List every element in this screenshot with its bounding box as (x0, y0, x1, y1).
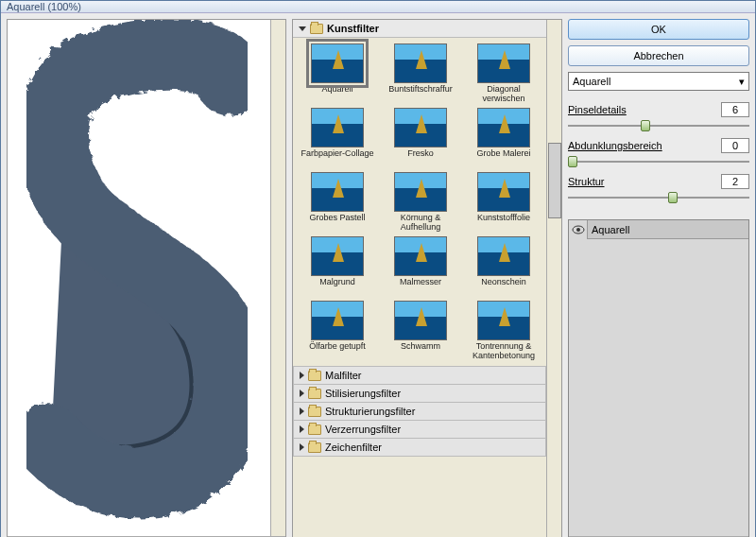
param-struktur: Struktur (568, 174, 749, 204)
filter-thumb-diagonal-verwischen[interactable]: Diagonal verwischen (465, 43, 542, 104)
filter-thumb-kunststofffolie[interactable]: Kunststofffolie (465, 172, 542, 233)
folder-icon (308, 407, 321, 417)
thumbnail-label: Farbpapier-Collage (301, 149, 373, 168)
thumbnail-image (311, 301, 364, 340)
thumbnail-image (311, 172, 364, 212)
param-pinseldetails: Pinseldetails (568, 102, 749, 132)
thumbnail-image (311, 108, 364, 147)
thumbnail-image (477, 172, 530, 212)
param-slider[interactable] (568, 119, 749, 132)
categories-scrollbar[interactable] (546, 20, 561, 537)
folder-icon (308, 424, 321, 435)
filter-thumb-malgrund[interactable]: Malgrund (299, 236, 376, 297)
category-malfilter[interactable]: Malfilter (293, 366, 546, 385)
category-label: Zeichenfilter (325, 442, 382, 453)
category-label: Verzerrungsfilter (325, 424, 401, 435)
effect-layer-name: Aquarell (588, 224, 629, 235)
preview-scrollbar-vertical[interactable] (270, 20, 285, 536)
param-label: Struktur (568, 176, 605, 187)
thumbnail-image (477, 108, 530, 147)
controls-pane: OK Abbrechen Aquarell ▾ PinseldetailsAbd… (568, 19, 749, 537)
category-label: Kunstfilter (327, 23, 379, 34)
category-strukturierungsfilter[interactable]: Strukturierungsfilter (293, 402, 546, 421)
param-label: Abdunklungsbereich (568, 140, 662, 151)
window-title: Aquarell (100%) (7, 1, 81, 12)
folder-icon (308, 442, 321, 453)
filter-dropdown[interactable]: Aquarell ▾ (568, 72, 749, 91)
param-slider[interactable] (568, 155, 749, 168)
disclosure-triangle-icon (300, 425, 304, 433)
thumbnail-label: Neonschein (481, 278, 526, 297)
preview-image[interactable] (8, 20, 285, 536)
disclosure-triangle-icon (300, 407, 304, 415)
thumbnail-label: Buntstiftschraffur (388, 85, 452, 104)
category-label: Malfilter (325, 370, 362, 381)
thumbnail-label: Diagonal verwischen (465, 85, 542, 104)
thumbnail-image (477, 236, 530, 276)
collapsed-categories: MalfilterStilisierungsfilterStrukturieru… (293, 367, 546, 457)
param-value-input[interactable] (721, 174, 749, 189)
filter-thumb-tontrennung-kantenbetonung[interactable]: Tontrennung & Kantenbetonung (465, 301, 542, 361)
thumbnail-image (394, 236, 447, 276)
folder-icon (308, 371, 321, 381)
category-label: Stilisierungsfilter (325, 388, 401, 399)
ok-button[interactable]: OK (568, 19, 749, 40)
param-slider[interactable] (568, 191, 749, 204)
category-stilisierungsfilter[interactable]: Stilisierungsfilter (293, 384, 546, 403)
thumbnail-label: Kunststofffolie (477, 214, 530, 233)
filter-thumb-grobe-malerei[interactable]: Grobe Malerei (465, 108, 542, 168)
disclosure-triangle-icon (299, 26, 306, 31)
disclosure-triangle-icon (300, 372, 304, 379)
filter-thumb-k-rnung-aufhellung[interactable]: Körnung & Aufhellung (382, 172, 459, 233)
svg-point-2 (576, 228, 580, 232)
visibility-toggle[interactable] (569, 220, 588, 239)
filter-gallery-window: Aquarell (100%) − + 100% ▾ (0, 0, 756, 537)
effect-layers-panel: Aquarell ▣ 🗑 (568, 219, 749, 537)
category-label: Strukturierungsfilter (325, 406, 415, 417)
cancel-button[interactable]: Abbrechen (568, 45, 749, 66)
titlebar: Aquarell (100%) (1, 1, 755, 13)
thumbnail-image (477, 43, 530, 83)
filter-categories-pane: Kunstfilter AquarellBuntstiftschraffurDi… (292, 19, 562, 537)
thumbnail-image (394, 172, 447, 212)
thumbnail-label: Grobe Malerei (476, 149, 530, 168)
filter-thumb-grobes-pastell[interactable]: Grobes Pastell (299, 172, 376, 233)
thumbnail-label: Tontrennung & Kantenbetonung (465, 342, 542, 361)
filter-thumb-neonschein[interactable]: Neonschein (465, 236, 542, 297)
thumbnail-image (394, 301, 447, 340)
param-abdunklungsbereich: Abdunklungsbereich (568, 138, 749, 168)
category-verzerrungsfilter[interactable]: Verzerrungsfilter (293, 420, 546, 439)
filter-dropdown-value: Aquarell (573, 76, 610, 87)
folder-icon (310, 24, 323, 34)
filter-thumb--lfarbe-getupft[interactable]: Ölfarbe getupft (299, 301, 376, 361)
folder-icon (308, 389, 321, 399)
thumbnail-label: Schwamm (401, 342, 440, 361)
thumbnail-image (394, 108, 447, 147)
filter-thumb-schwamm[interactable]: Schwamm (382, 301, 459, 361)
thumbnail-label: Malmesser (400, 278, 441, 297)
thumbnail-label: Aquarell (321, 85, 352, 104)
filter-thumb-buntstiftschraffur[interactable]: Buntstiftschraffur (382, 43, 459, 104)
filter-thumb-farbpapier-collage[interactable]: Farbpapier-Collage (299, 108, 376, 168)
thumbnail-image (394, 43, 447, 83)
thumbnail-label: Malgrund (319, 278, 355, 297)
param-value-input[interactable] (721, 138, 749, 153)
filter-thumb-malmesser[interactable]: Malmesser (382, 236, 459, 297)
disclosure-triangle-icon (300, 443, 304, 451)
thumbnail-label: Grobes Pastell (309, 214, 365, 233)
filter-thumb-aquarell[interactable]: Aquarell (299, 43, 376, 104)
filter-thumb-fresko[interactable]: Fresko (382, 108, 459, 168)
filter-thumbnail-grid: AquarellBuntstiftschraffurDiagonal verwi… (293, 38, 561, 367)
category-kunstfilter[interactable]: Kunstfilter (293, 20, 561, 38)
effect-layer-row[interactable]: Aquarell (569, 220, 748, 239)
thumbnail-image (311, 43, 364, 83)
category-zeichenfilter[interactable]: Zeichenfilter (293, 438, 546, 457)
disclosure-triangle-icon (300, 390, 304, 397)
param-value-input[interactable] (721, 102, 749, 117)
thumbnail-image (477, 301, 530, 340)
thumbnail-label: Fresko (407, 149, 434, 168)
thumbnail-label: Körnung & Aufhellung (382, 214, 459, 233)
eye-icon (572, 225, 585, 234)
content-area: − + 100% ▾ Kunstfilter AquarellBuntstift… (1, 13, 755, 537)
thumbnail-label: Ölfarbe getupft (309, 342, 366, 361)
